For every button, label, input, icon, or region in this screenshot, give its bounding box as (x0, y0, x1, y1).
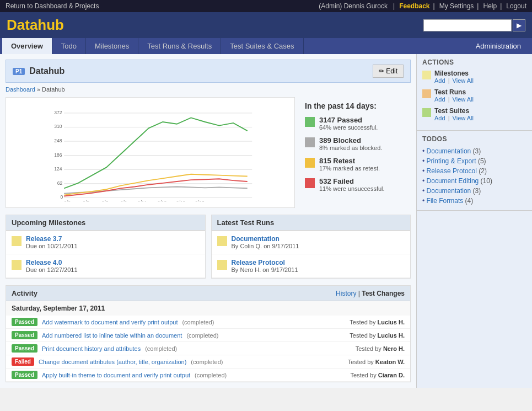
activity-link-2[interactable]: Add numbered list to inline table within… (42, 332, 182, 339)
todo-item-3: Release Protocol (2) (422, 166, 526, 176)
tab-test-suites[interactable]: Test Suites & Cases (221, 38, 303, 54)
stat-blocked: 389 Blocked 8% marked as blocked. (305, 136, 406, 151)
todo-item-5: Documentation (3) (422, 186, 526, 196)
milestone-2-details: Release 4.0 Due on 12/27/2011 (26, 259, 78, 273)
activity-row-4: Failed Change document attributes (autho… (6, 355, 410, 369)
activity-links: History | Test Changes (336, 290, 405, 297)
pipe4: | (500, 2, 502, 10)
sidebar-test-runs-viewall[interactable]: View All (453, 96, 474, 103)
activity-row-5: Passed Apply built-in theme to document … (6, 369, 410, 382)
sidebar-todos: Todos Documentation (3) Printing & Expor… (417, 131, 532, 211)
stat-retest-sub: 17% marked as retest. (319, 165, 380, 172)
chart-svg: 0 62 124 186 248 310 372 9/3 (10, 102, 290, 201)
sidebar-todos-title: Todos (422, 135, 526, 143)
project-title: Datahub (29, 66, 65, 76)
svg-text:248: 248 (54, 138, 62, 143)
sidebar-milestones-add[interactable]: Add (434, 77, 445, 84)
todo-item-4: Document Editing (10) (422, 176, 526, 186)
testrun-1-link[interactable]: Documentation (232, 235, 280, 243)
svg-text:0: 0 (61, 194, 63, 200)
breadcrumb-current: Datahub (42, 86, 65, 93)
todo-count-6: (4) (465, 197, 474, 205)
activity-history-link[interactable]: History (336, 290, 356, 297)
activity-tester-5: Tested by Ciaran D. (351, 372, 405, 378)
lower-section: Upcoming Milestones Release 3.7 Due on 1… (6, 215, 411, 279)
activity-link-4[interactable]: Change document attributes (author, titl… (39, 359, 186, 365)
help-link[interactable]: Help (483, 2, 497, 10)
activity-link-1[interactable]: Add watermark to document and verify pri… (42, 319, 178, 325)
svg-text:372: 372 (54, 110, 62, 115)
activity-heading: Activity (12, 289, 37, 297)
activity-header: Activity History | Test Changes (6, 286, 410, 301)
todo-item-6: File Formats (4) (422, 196, 526, 206)
activity-badge-3: Passed (12, 344, 37, 353)
activity-status-3: (completed) (145, 345, 177, 352)
stat-blocked-count: 389 Blocked (319, 136, 382, 145)
sidebar-test-runs-color (422, 89, 431, 98)
svg-text:9/13: 9/13 (158, 200, 167, 201)
return-link[interactable]: Return to Dashboard & Projects (6, 2, 99, 10)
sidebar: Actions Milestones Add | View All Test (416, 54, 532, 388)
tab-overview[interactable]: Overview (2, 38, 52, 54)
logout-link[interactable]: Logout (506, 2, 526, 10)
pipe3: | (477, 2, 479, 10)
edit-button[interactable]: ✏ Edit (373, 65, 404, 78)
activity-tester-name-4: Keaton W. (375, 359, 405, 365)
top-right-links: (Admin) Dennis Gurock | Feedback | My Se… (319, 2, 526, 10)
todo-link-2[interactable]: Printing & Export (427, 157, 476, 165)
activity-test-changes-link[interactable]: Test Changes (362, 290, 405, 297)
sidebar-test-suites-add[interactable]: Add (434, 115, 445, 121)
settings-link[interactable]: My Settings (439, 2, 474, 10)
milestone-2-link[interactable]: Release 4.0 (26, 259, 62, 266)
stat-blocked-color (305, 137, 315, 147)
activity-link-3[interactable]: Print document history and attributes (42, 345, 141, 352)
todo-link-4[interactable]: Document Editing (427, 177, 479, 185)
svg-text:9/9: 9/9 (121, 200, 127, 201)
tab-test-runs[interactable]: Test Runs & Results (138, 38, 221, 54)
stat-retest-color (305, 158, 315, 168)
search-bar: ▶ (423, 19, 525, 31)
feedback-link[interactable]: Feedback (399, 2, 429, 10)
milestone-1-details: Release 3.7 Due on 10/21/2011 (26, 235, 78, 249)
activity-row-3: Passed Print document history and attrib… (6, 342, 410, 355)
todo-link-5[interactable]: Documentation (427, 187, 471, 195)
svg-text:9/5: 9/5 (83, 200, 89, 201)
tab-todo[interactable]: Todo (52, 38, 86, 54)
testrun-2-details: Release Protocol By Nero H. on 9/17/2011 (232, 259, 298, 273)
stats-heading: In the past 14 days: (305, 102, 406, 110)
testrun-2-link[interactable]: Release Protocol (232, 259, 285, 266)
sidebar-actions: Actions Milestones Add | View All Test (417, 54, 532, 131)
stat-passed-sub: 64% were successful. (319, 124, 378, 131)
search-input[interactable] (423, 19, 512, 31)
search-button[interactable]: ▶ (513, 19, 525, 31)
milestones-section: Upcoming Milestones Release 3.7 Due on 1… (6, 215, 206, 279)
sidebar-test-suites-viewall[interactable]: View All (453, 115, 474, 121)
tab-milestones[interactable]: Milestones (86, 38, 138, 54)
milestone-1-link[interactable]: Release 3.7 (26, 235, 62, 243)
sidebar-test-runs-add[interactable]: Add (434, 96, 445, 103)
todo-link-3[interactable]: Release Protocol (427, 167, 477, 175)
sidebar-milestones-viewall[interactable]: View All (453, 77, 474, 84)
sidebar-test-suites-details: Test Suites Add | View All (434, 107, 474, 121)
chart-container: 0 62 124 186 248 310 372 9/3 (6, 97, 295, 208)
breadcrumb-dashboard[interactable]: Dashboard (6, 86, 35, 93)
stat-retest: 815 Retest 17% marked as retest. (305, 157, 406, 172)
admin-label: (Admin) Dennis Gurock (319, 2, 388, 10)
activity-link-5[interactable]: Apply built-in theme to document and ver… (42, 372, 190, 378)
activity-status-2: (completed) (186, 332, 218, 339)
activity-row-1: Passed Add watermark to document and ver… (6, 316, 410, 329)
activity-status-1: (completed) (182, 319, 214, 325)
svg-text:124: 124 (54, 166, 62, 172)
milestone-1-color (12, 236, 22, 246)
stat-failed-text: 532 Failed 11% were unsuccessful. (319, 177, 385, 192)
todo-link-6[interactable]: File Formats (427, 197, 464, 205)
tab-administration[interactable]: Administration (467, 38, 530, 54)
todo-link-1[interactable]: Documentation (427, 147, 471, 155)
stats-panel: In the past 14 days: 3147 Passed 64% wer… (300, 97, 411, 208)
testrun-1-by: By Colin Q. on 9/17/2011 (232, 243, 299, 249)
testrun-1-details: Documentation By Colin Q. on 9/17/2011 (232, 235, 299, 249)
sidebar-test-suites-color (422, 108, 431, 117)
activity-date: Saturday, September 17, 2011 (6, 301, 410, 316)
activity-tester-2: Tested by Lucius H. (350, 332, 405, 339)
activity-tester-name-1: Lucius H. (377, 319, 405, 325)
